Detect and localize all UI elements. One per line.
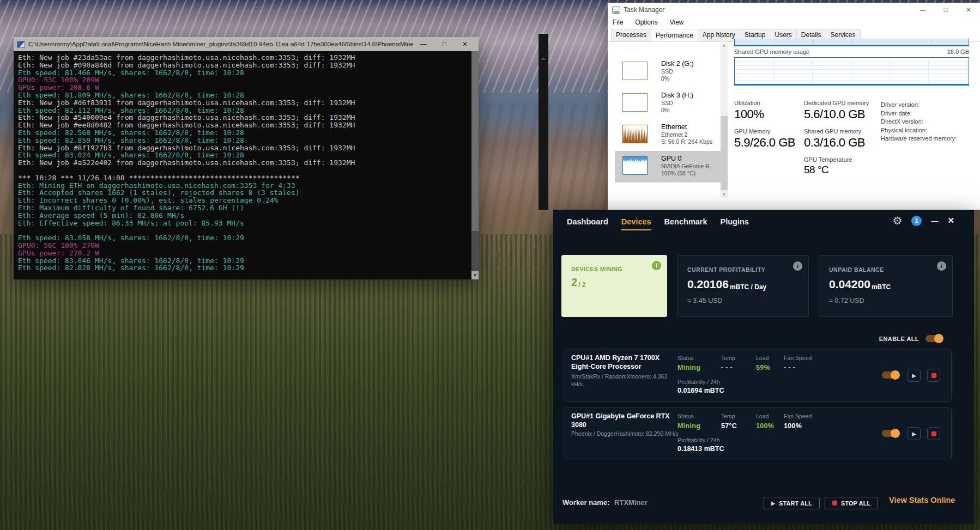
- tab-benchmark[interactable]: Benchmark: [664, 217, 707, 230]
- device-profitability: 0.18413 mBTC: [677, 445, 838, 453]
- console-close-button[interactable]: ✕: [455, 40, 475, 48]
- device-start-button[interactable]: ▶: [908, 427, 921, 440]
- play-icon: ▶: [771, 501, 775, 506]
- sidebar-item-sub: 0%: [661, 75, 694, 82]
- sidebar-item-disk3[interactable]: Disk 3 (H:) SSD 0%: [615, 88, 721, 119]
- console-minimize-button[interactable]: —: [413, 40, 434, 48]
- notification-badge[interactable]: 1: [911, 216, 922, 226]
- device-load: 59%: [756, 364, 784, 371]
- tm-close-button[interactable]: ✕: [957, 3, 980, 17]
- console-output: Eth: New job #23da53ac from daggerhashim…: [14, 51, 479, 279]
- current-profitability-card: CURRENT PROFITABILITY 0.20106mBTC / Day …: [677, 255, 809, 317]
- info-icon[interactable]: i: [652, 261, 661, 270]
- shared-memory-label: Shared GPU memory: [804, 128, 869, 135]
- console-titlebar[interactable]: C:\Users\ronny\AppData\Local\Programs\Ni…: [14, 37, 479, 51]
- sidebar-item-ethernet[interactable]: Ethernet Ethernet 2 S: 56.0 R: 264 Kbps: [615, 119, 721, 151]
- console-line: Eth speed: 81.809 MH/s, shares: 1662/8/0…: [18, 92, 471, 99]
- device-card-gpu: GPU#1 Gigabyte GeForce RTX 3080 Phoenix …: [564, 407, 952, 460]
- scroll-up-icon: ^: [539, 57, 548, 63]
- balance-value: 0.04200: [829, 278, 870, 290]
- device-stop-button[interactable]: [927, 427, 940, 440]
- sidebar-item-label: GPU 0: [661, 155, 682, 162]
- shared-gpu-memory-chart: [734, 57, 969, 86]
- worker-name-label: Worker name:: [562, 498, 609, 507]
- sidebar-item-gpu0[interactable]: GPU 0 NVIDIA GeForce R... 100% (58 °C): [615, 151, 721, 182]
- start-all-button[interactable]: ▶ START ALL: [764, 497, 820, 509]
- phoenixminer-console-window: C:\Users\ronny\AppData\Local\Programs\Ni…: [14, 37, 479, 279]
- fan-column-label: Fan Speed: [784, 413, 838, 419]
- gpu-stats-column-1: Utilization 100% GPU Memory 5.9/26.0 GB: [734, 100, 795, 156]
- view-stats-online-link[interactable]: View Stats Online: [889, 496, 955, 504]
- gpu-utilization-chart-edge: [734, 39, 969, 46]
- sidebar-item-sub: SSD: [661, 100, 693, 106]
- sidebar-item-disk2[interactable]: Disk 2 (G:) SSD 0%: [615, 56, 721, 88]
- device-load: 100%: [756, 422, 784, 430]
- sidebar-scrollbar[interactable]: ˄ ˅: [721, 43, 728, 198]
- sidebar-item-sub: 0%: [661, 107, 693, 113]
- info-icon[interactable]: i: [793, 261, 802, 271]
- temp-column-label: Temp: [721, 413, 756, 419]
- stop-square-icon: [832, 501, 837, 505]
- balance-usd: ≈ 0.72 USD: [829, 297, 864, 304]
- tab-plugins[interactable]: Plugins: [721, 217, 749, 230]
- devices-mining-value: 2: [571, 276, 577, 288]
- task-manager-window: Task Manager — □ ✕ File Options View Pro…: [608, 3, 980, 210]
- sidebar-item-sub: S: 56.0 R: 264 Kbps: [661, 138, 712, 145]
- console-scrollbar-thumb[interactable]: [471, 51, 479, 231]
- tab-dashboard[interactable]: Dashboard: [567, 217, 608, 230]
- device-enable-toggle[interactable]: [882, 430, 898, 437]
- device-temp: - - -: [721, 364, 756, 371]
- device-temp: 57°C: [721, 422, 756, 430]
- sidebar-scrollbar-thumb[interactable]: [721, 116, 728, 190]
- device-algorithm: XmrStakRx / RandomXmonero: 4.363 kH/s: [571, 373, 680, 388]
- console-line: Eth: New job #ee8d0482 from daggerhashim…: [18, 121, 471, 129]
- balance-unit: mBTC: [872, 283, 891, 291]
- menu-options[interactable]: Options: [635, 19, 657, 26]
- tm-maximize-button[interactable]: □: [934, 3, 957, 17]
- console-maximize-button[interactable]: □: [434, 40, 455, 48]
- sidebar-item-sub: 100% (58 °C): [661, 170, 714, 176]
- ethernet-chart-icon: [622, 125, 648, 143]
- settings-gear-icon[interactable]: ⚙: [892, 214, 902, 227]
- console-line: Eth speed: 82.112 MH/s, shares: 1662/8/0…: [18, 107, 471, 114]
- status-column-label: Status: [677, 355, 721, 361]
- status-column-label: Status: [677, 413, 721, 419]
- task-manager-titlebar[interactable]: Task Manager — □ ✕: [608, 3, 980, 17]
- menu-file[interactable]: File: [613, 19, 623, 26]
- device-name: GPU#1 Gigabyte GeForce RTX 3080: [571, 412, 677, 429]
- menu-view[interactable]: View: [670, 19, 684, 26]
- info-icon[interactable]: i: [937, 261, 946, 271]
- device-enable-toggle[interactable]: [882, 371, 898, 379]
- current-profitability-label: CURRENT PROFITABILITY: [687, 266, 765, 273]
- device-fan: - - -: [784, 364, 838, 371]
- console-line: GPU0: 53C 100% 209W: [18, 76, 471, 84]
- tab-performance[interactable]: Performance: [651, 29, 698, 41]
- hardware-reserved-memory-label: Hardware reserved memory:: [881, 135, 957, 143]
- profitability-value: 0.20106: [687, 278, 729, 290]
- console-line: Eth: New job #8f1927b3 from daggerhashim…: [18, 144, 471, 152]
- console-scrollbar[interactable]: ▼: [471, 51, 479, 279]
- nicehash-close-button[interactable]: ✕: [947, 216, 954, 226]
- shared-gpu-memory-chart-label: Shared GPU memory usage: [734, 48, 809, 55]
- console-line: Eth: Effective speed: 86.33 MH/s; at poo…: [18, 220, 471, 227]
- sidebar-item-sub: Ethernet 2: [661, 131, 712, 138]
- scroll-up-icon[interactable]: ˄: [721, 43, 728, 49]
- tm-minimize-button[interactable]: —: [911, 3, 934, 17]
- fan-column-label: Fan Speed: [784, 355, 838, 361]
- nicehash-minimize-button[interactable]: —: [931, 217, 938, 225]
- enable-all-label: ENABLE ALL: [879, 336, 919, 342]
- device-start-button[interactable]: ▶: [908, 369, 921, 382]
- stop-all-button[interactable]: STOP ALL: [825, 497, 878, 509]
- devices-mining-label: DEVICES MINING: [571, 266, 622, 272]
- console-line: Eth speed: 83.058 MH/s, shares: 1662/8/0…: [18, 234, 471, 242]
- enable-all-toggle[interactable]: [925, 335, 942, 342]
- console-line: [18, 227, 471, 234]
- console-line: Eth speed: 83.046 MH/s, shares: 1662/8/0…: [18, 257, 471, 265]
- console-scroll-down-icon[interactable]: ▼: [471, 271, 479, 279]
- device-stop-button[interactable]: [927, 369, 940, 382]
- tab-processes[interactable]: Processes: [611, 29, 651, 41]
- console-line: Eth speed: 82.859 MH/s, shares: 1662/8/0…: [18, 137, 471, 144]
- nicehash-tabs: Dashboard Devices Benchmark Plugins: [567, 217, 749, 230]
- scroll-down-icon[interactable]: ˅: [721, 192, 728, 198]
- tab-devices[interactable]: Devices: [621, 217, 651, 230]
